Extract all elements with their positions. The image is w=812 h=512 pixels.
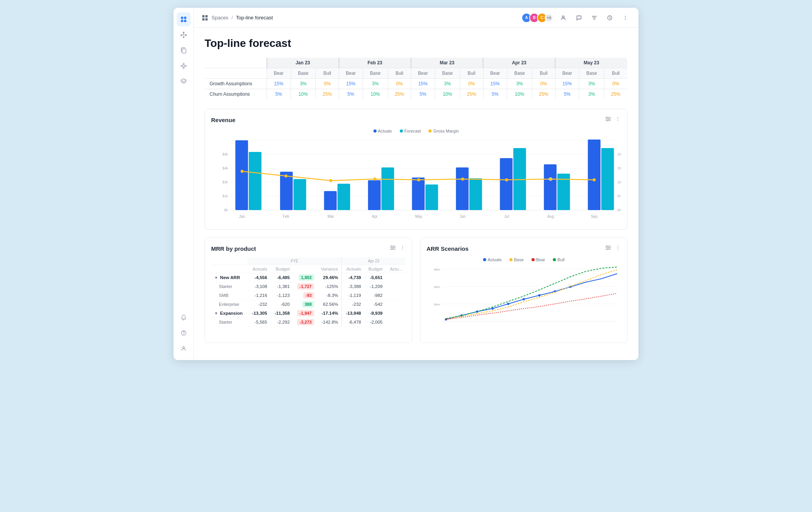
main-content: Spaces / Top-line forecast A B C +3 [194, 8, 638, 360]
svg-rect-71 [456, 167, 469, 210]
bottom-charts-row: MRR by product [205, 238, 628, 351]
exp-starter-actuals: -5,565 [248, 318, 270, 327]
comment-icon[interactable] [573, 12, 584, 23]
legend-actuals: Actuals [373, 129, 392, 133]
c-feb-bull: 25% [388, 89, 411, 100]
g-feb-base: 3% [363, 79, 388, 89]
smb-apr-actuals: -1,119 [341, 291, 364, 300]
mrr-settings-icon[interactable] [389, 244, 396, 253]
svg-point-102 [392, 249, 393, 250]
g-mar-bull: 0% [460, 79, 483, 89]
svg-text:Jun: Jun [459, 214, 465, 219]
sidebar-item-hierarchy[interactable] [177, 28, 191, 42]
mar-bear: Bear [411, 68, 435, 79]
sidebar-item-copy[interactable] [177, 43, 191, 57]
arr-settings-icon[interactable] [605, 244, 612, 253]
mrr-variance-col: Variance [293, 265, 341, 273]
c-may-base: 3% [579, 89, 604, 100]
user-icon[interactable] [558, 12, 569, 23]
mrr-apr-actu2-col: Actu... [386, 265, 406, 273]
svg-rect-4 [183, 32, 184, 33]
filter-icon[interactable] [589, 12, 600, 23]
smb-label: SMB [211, 291, 248, 300]
revenue-bar-chart: $0 $1k $2k $4k $6k 0% 5% 10% 15% 20% [211, 136, 621, 222]
svg-rect-75 [544, 164, 557, 210]
svg-point-35 [625, 19, 626, 20]
spaces-breadcrumb[interactable]: Spaces [212, 15, 228, 21]
c-jan-bear: 5% [267, 89, 291, 100]
apr-bull: Bull [532, 68, 555, 79]
sidebar-item-user[interactable] [177, 341, 191, 355]
svg-point-33 [625, 16, 626, 17]
sidebar-item-grid[interactable] [177, 12, 191, 26]
svg-point-42 [618, 117, 618, 118]
mrr-budget-col: Budget [270, 265, 293, 273]
revenue-more-icon[interactable] [615, 116, 621, 124]
may-base: Base [579, 68, 604, 79]
svg-rect-25 [205, 15, 208, 17]
g-mar-bear: 15% [411, 79, 435, 89]
svg-rect-72 [470, 178, 482, 210]
arr-legend-bull: Bull [553, 257, 564, 262]
arr-bull-label: Bull [557, 257, 564, 262]
arr-more-icon[interactable] [615, 245, 621, 252]
jan23-header: Jan 23 [267, 58, 339, 68]
exp-starter-apr-actu [386, 318, 406, 327]
svg-point-112 [618, 246, 618, 247]
new-arr-chevron[interactable]: ▼ [214, 276, 218, 280]
expansion-chevron[interactable]: ▼ [214, 311, 218, 315]
avatar-overflow: +3 [545, 14, 553, 22]
expansion-apr-actu [386, 309, 406, 318]
sidebar-item-network[interactable] [177, 59, 191, 73]
churn-assumptions-row: Churn Assumptions 5% 10% 25% 5% 10% 25% … [205, 89, 628, 100]
expansion-var-badge: -1,947 [293, 309, 317, 318]
may-bear: Bear [555, 68, 579, 79]
c-may-bear: 5% [555, 89, 579, 100]
jan-bull: Bull [316, 68, 339, 79]
topbar-left: Spaces / Top-line forecast [201, 14, 521, 21]
mrr-apr-actuals-col: Actuals [341, 265, 364, 273]
svg-point-85 [505, 178, 508, 181]
svg-rect-64 [294, 179, 306, 210]
expansion-actuals: -13,305 [248, 309, 270, 318]
svg-point-28 [563, 16, 564, 18]
expansion-label: ▼ Expansion [211, 309, 248, 318]
g-jan-base: 3% [291, 79, 316, 89]
arr-legend-actuals: Actuals [483, 257, 502, 262]
svg-rect-62 [249, 152, 261, 210]
revenue-settings-icon[interactable] [605, 116, 612, 124]
sidebar-item-bell[interactable] [177, 310, 191, 324]
svg-text:$6m: $6m [434, 285, 440, 289]
svg-rect-24 [202, 15, 205, 17]
new-arr-label: ▼ New ARR [211, 273, 248, 282]
new-arr-apr-actu [386, 273, 406, 282]
legend-actuals-dot [373, 129, 377, 133]
arr-bull-dot [553, 258, 556, 261]
enterprise-budget: -620 [270, 300, 293, 309]
svg-point-113 [618, 247, 618, 248]
svg-point-128 [538, 294, 540, 297]
breadcrumb-separator: / [231, 15, 233, 21]
svg-point-105 [402, 249, 403, 250]
enterprise-apr-actu [386, 300, 406, 309]
mrr-more-icon[interactable] [399, 245, 406, 252]
feb-bull: Bull [388, 68, 411, 79]
svg-point-39 [607, 117, 608, 118]
sidebar-item-help[interactable] [177, 326, 191, 340]
svg-point-104 [402, 247, 403, 248]
starter-actuals: -3,108 [248, 282, 270, 291]
svg-text:May: May [415, 214, 422, 219]
feb-bear: Bear [339, 68, 363, 79]
svg-point-111 [607, 249, 608, 250]
sidebar-item-layers[interactable] [177, 74, 191, 88]
history-icon[interactable] [604, 12, 615, 23]
growth-label: Growth Assumptions [205, 79, 267, 89]
legend-forecast-label: Forecast [404, 129, 421, 133]
c-apr-bear: 5% [483, 89, 507, 100]
more-menu-icon[interactable] [620, 12, 631, 23]
svg-text:Jan: Jan [239, 214, 245, 219]
starter-budget: -1,381 [270, 282, 293, 291]
svg-text:Aug: Aug [547, 214, 554, 219]
svg-text:10%: 10% [617, 180, 621, 184]
jan-base: Base [291, 68, 316, 79]
